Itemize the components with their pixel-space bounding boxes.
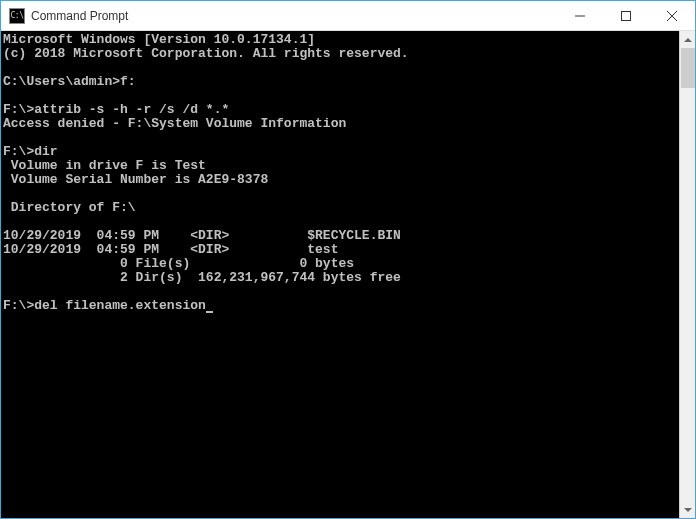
terminal-line: F:\>del filename.extension — [3, 299, 679, 313]
terminal-area: Microsoft Windows [Version 10.0.17134.1]… — [1, 31, 695, 518]
terminal-output[interactable]: Microsoft Windows [Version 10.0.17134.1]… — [1, 31, 679, 518]
window-title: Command Prompt — [31, 9, 557, 23]
terminal-line — [3, 187, 679, 201]
minimize-button[interactable] — [557, 1, 603, 30]
terminal-line: 0 File(s) 0 bytes — [3, 257, 679, 271]
titlebar[interactable]: C:\ Command Prompt — [1, 1, 695, 31]
maximize-button[interactable] — [603, 1, 649, 30]
terminal-line: Directory of F:\ — [3, 201, 679, 215]
terminal-line: C:\Users\admin>f: — [3, 75, 679, 89]
vertical-scrollbar[interactable] — [679, 31, 695, 518]
close-button[interactable] — [649, 1, 695, 30]
terminal-line — [3, 131, 679, 145]
scroll-thumb[interactable] — [681, 48, 695, 88]
terminal-line: 2 Dir(s) 162,231,967,744 bytes free — [3, 271, 679, 285]
terminal-line: 10/29/2019 04:59 PM <DIR> $RECYCLE.BIN — [3, 229, 679, 243]
terminal-line — [3, 215, 679, 229]
cmd-icon: C:\ — [9, 8, 25, 24]
scroll-up-arrow[interactable] — [680, 31, 695, 48]
svg-rect-1 — [622, 11, 631, 20]
terminal-line: Volume in drive F is Test — [3, 159, 679, 173]
terminal-line: Volume Serial Number is A2E9-8378 — [3, 173, 679, 187]
terminal-line — [3, 89, 679, 103]
cmd-icon-text: C:\ — [11, 12, 24, 20]
terminal-line — [3, 61, 679, 75]
terminal-line: F:\>attrib -s -h -r /s /d *.* — [3, 103, 679, 117]
window-controls — [557, 1, 695, 30]
terminal-line: F:\>dir — [3, 145, 679, 159]
scroll-down-arrow[interactable] — [680, 501, 695, 518]
command-prompt-window: C:\ Command Prompt Microsoft Windows [Ve… — [0, 0, 696, 519]
terminal-line: Access denied - F:\System Volume Informa… — [3, 117, 679, 131]
svg-marker-4 — [684, 38, 692, 42]
terminal-line — [3, 285, 679, 299]
svg-marker-5 — [684, 508, 692, 512]
terminal-line: (c) 2018 Microsoft Corporation. All righ… — [3, 47, 679, 61]
terminal-line: Microsoft Windows [Version 10.0.17134.1] — [3, 33, 679, 47]
cursor — [206, 311, 213, 313]
terminal-line: 10/29/2019 04:59 PM <DIR> test — [3, 243, 679, 257]
